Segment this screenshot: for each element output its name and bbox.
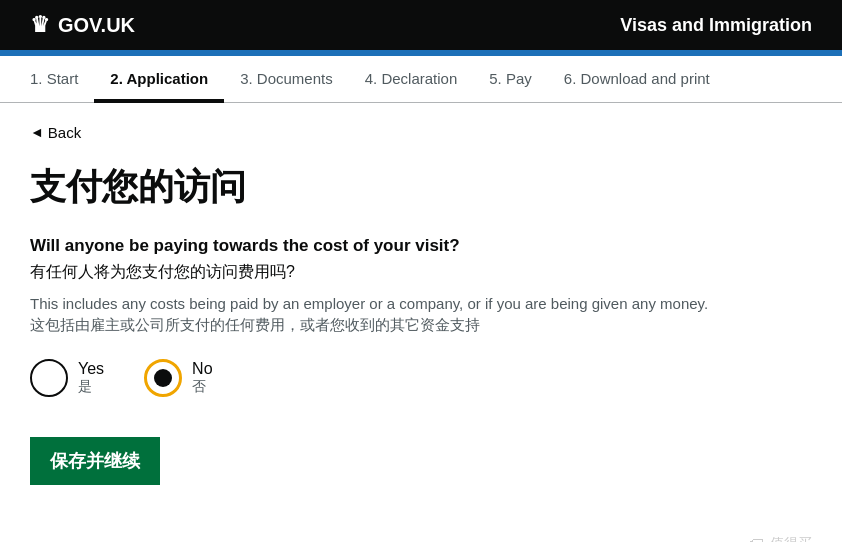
tab-documents[interactable]: 3. Documents <box>224 56 349 103</box>
radio-no-circle[interactable] <box>144 359 182 397</box>
header-title: Visas and Immigration <box>620 15 812 36</box>
main-content: ◄ Back 支付您的访问 Will anyone be paying towa… <box>0 103 842 525</box>
radio-no-option[interactable]: No 否 <box>144 359 212 397</box>
radio-no-inner <box>154 369 172 387</box>
tab-download[interactable]: 6. Download and print <box>548 56 726 103</box>
tab-start[interactable]: 1. Start <box>30 56 94 103</box>
radio-no-label-zh: 否 <box>192 378 206 396</box>
tab-declaration[interactable]: 4. Declaration <box>349 56 474 103</box>
watermark-icon: 🏷 <box>748 535 764 542</box>
question-label-zh: 有任何人将为您支付您的访问费用吗? <box>30 262 812 283</box>
radio-yes-option[interactable]: Yes 是 <box>30 359 104 397</box>
radio-yes-label-zh: 是 <box>78 378 92 396</box>
question-label-en: Will anyone be paying towards the cost o… <box>30 236 812 256</box>
radio-yes-label-en: Yes <box>78 360 104 378</box>
save-continue-button[interactable]: 保存并继续 <box>30 437 160 485</box>
back-link[interactable]: ◄ Back <box>30 124 81 141</box>
radio-group: Yes 是 No 否 <box>30 359 812 397</box>
progress-nav: 1. Start 2. Application 3. Documents 4. … <box>0 56 842 103</box>
watermark-text: 值得买 <box>770 535 812 542</box>
page-title: 支付您的访问 <box>30 165 812 208</box>
radio-no-label-en: No <box>192 360 212 378</box>
gov-logo-text: GOV.UK <box>58 14 135 37</box>
page-footer: 🏷 值得买 <box>0 525 842 542</box>
site-header: ♛ GOV.UK Visas and Immigration <box>0 0 842 50</box>
back-arrow-icon: ◄ <box>30 124 44 140</box>
back-label: Back <box>48 124 81 141</box>
radio-yes-circle[interactable] <box>30 359 68 397</box>
hint-text-en: This includes any costs being paid by an… <box>30 295 812 312</box>
gov-logo[interactable]: ♛ GOV.UK <box>30 12 135 38</box>
crown-icon: ♛ <box>30 12 50 38</box>
tab-application[interactable]: 2. Application <box>94 56 224 103</box>
tab-pay[interactable]: 5. Pay <box>473 56 548 103</box>
hint-text-zh: 这包括由雇主或公司所支付的任何费用，或者您收到的其它资金支持 <box>30 316 812 335</box>
